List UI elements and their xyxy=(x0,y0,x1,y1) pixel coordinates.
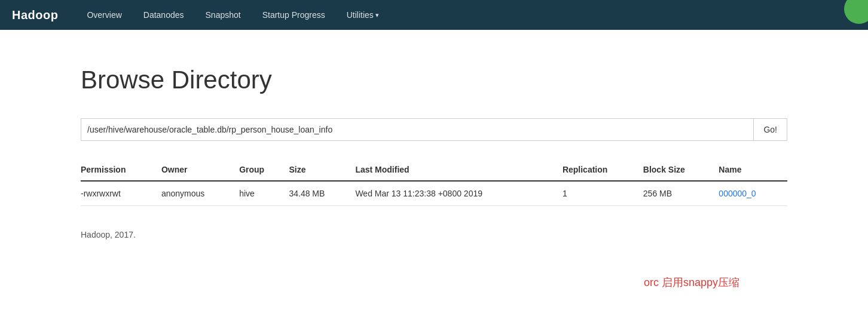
col-header-name: Name xyxy=(719,159,787,181)
nav-item-snapshot[interactable]: Snapshot xyxy=(195,0,252,30)
cell-group: hive xyxy=(239,181,289,206)
cell-size: 34.48 MB xyxy=(289,181,355,206)
table-header-row: Permission Owner Group Size Last Modifie… xyxy=(81,159,787,181)
col-header-owner: Owner xyxy=(161,159,239,181)
annotation-text: orc 启用snappy压缩 xyxy=(81,275,787,290)
col-header-last-modified: Last Modified xyxy=(355,159,563,181)
main-content: Browse Directory Go! Permission Owner Gr… xyxy=(0,30,868,313)
nav-item-startup-progress[interactable]: Startup Progress xyxy=(252,0,336,30)
nav-item-utilities[interactable]: Utilities xyxy=(336,0,390,30)
brand-logo[interactable]: Hadoop xyxy=(12,8,58,22)
file-link[interactable]: 000000_0 xyxy=(719,189,756,198)
directory-table: Permission Owner Group Size Last Modifie… xyxy=(81,159,787,206)
col-header-size: Size xyxy=(289,159,355,181)
path-row: Go! xyxy=(81,118,787,141)
nav-item-datanodes[interactable]: Datanodes xyxy=(133,0,195,30)
path-input[interactable] xyxy=(81,118,754,141)
cell-name[interactable]: 000000_0 xyxy=(719,181,787,206)
cell-permission: -rwxrwxrwt xyxy=(81,181,161,206)
navbar: Hadoop Overview Datanodes Snapshot Start… xyxy=(0,0,868,30)
cell-owner: anonymous xyxy=(161,181,239,206)
col-header-replication: Replication xyxy=(563,159,643,181)
table-row: -rwxrwxrwt anonymous hive 34.48 MB Wed M… xyxy=(81,181,787,206)
col-header-permission: Permission xyxy=(81,159,161,181)
nav-links: Overview Datanodes Snapshot Startup Prog… xyxy=(76,0,389,30)
cell-block-size: 256 MB xyxy=(643,181,719,206)
nav-item-overview[interactable]: Overview xyxy=(76,0,132,30)
go-button[interactable]: Go! xyxy=(754,118,787,141)
cell-replication: 1 xyxy=(563,181,643,206)
page-title: Browse Directory xyxy=(81,66,787,94)
footer-text: Hadoop, 2017. xyxy=(81,230,787,239)
cell-last-modified: Wed Mar 13 11:23:38 +0800 2019 xyxy=(355,181,563,206)
col-header-block-size: Block Size xyxy=(643,159,719,181)
col-header-group: Group xyxy=(239,159,289,181)
